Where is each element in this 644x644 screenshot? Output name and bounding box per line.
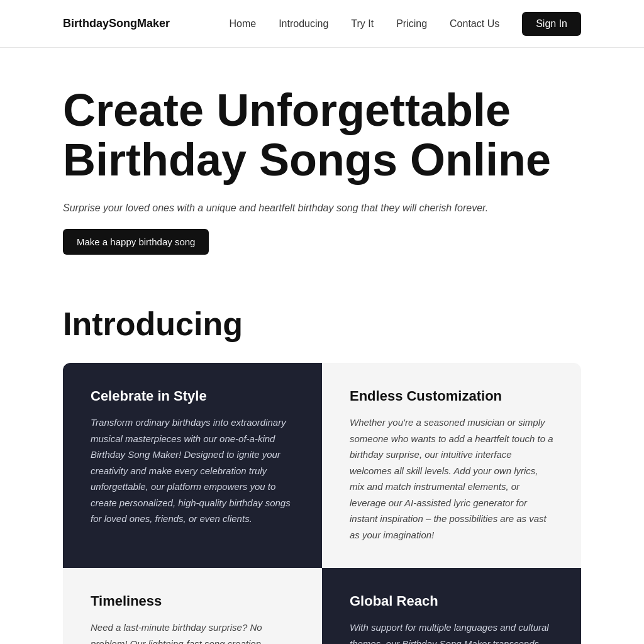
hero-subtitle: Surprise your loved ones with a unique a… bbox=[63, 203, 491, 214]
cards-grid: Celebrate in Style Transform ordinary bi… bbox=[63, 363, 581, 644]
hero-section: Create Unforgettable Birthday Songs Onli… bbox=[0, 48, 644, 280]
card-endless-customization: Endless Customization Whether you're a s… bbox=[322, 363, 581, 568]
nav-link-contact-us[interactable]: Contact Us bbox=[450, 18, 499, 30]
card-global-text: With support for multiple languages and … bbox=[350, 619, 553, 644]
nav-link-home[interactable]: Home bbox=[229, 18, 256, 30]
card-global-reach: Global Reach With support for multiple l… bbox=[322, 568, 581, 644]
card-timeliness-text: Need a last-minute birthday surprise? No… bbox=[91, 619, 294, 644]
introducing-section: Introducing Celebrate in Style Transform… bbox=[0, 280, 644, 644]
nav-link-pricing[interactable]: Pricing bbox=[396, 18, 427, 30]
navbar: BirthdaySongMaker Home Introducing Try I… bbox=[0, 0, 644, 48]
sign-in-button[interactable]: Sign In bbox=[522, 12, 581, 36]
card-celebrate-text: Transform ordinary birthdays into extrao… bbox=[91, 414, 294, 527]
card-endless-text: Whether you're a seasoned musician or si… bbox=[350, 414, 553, 543]
introducing-title: Introducing bbox=[63, 305, 581, 343]
card-celebrate-in-style: Celebrate in Style Transform ordinary bi… bbox=[63, 363, 322, 568]
card-timeliness: Timeliness Need a last-minute birthday s… bbox=[63, 568, 322, 644]
hero-cta-button[interactable]: Make a happy birthday song bbox=[63, 229, 209, 255]
card-global-title: Global Reach bbox=[350, 593, 553, 609]
card-celebrate-title: Celebrate in Style bbox=[91, 388, 294, 404]
nav-links: Home Introducing Try It Pricing Contact … bbox=[229, 12, 581, 36]
nav-link-introducing[interactable]: Introducing bbox=[279, 18, 328, 30]
nav-link-try-it[interactable]: Try It bbox=[351, 18, 374, 30]
site-logo[interactable]: BirthdaySongMaker bbox=[63, 17, 170, 30]
hero-title: Create Unforgettable Birthday Songs Onli… bbox=[63, 86, 581, 185]
card-endless-title: Endless Customization bbox=[350, 388, 553, 404]
card-timeliness-title: Timeliness bbox=[91, 593, 294, 609]
